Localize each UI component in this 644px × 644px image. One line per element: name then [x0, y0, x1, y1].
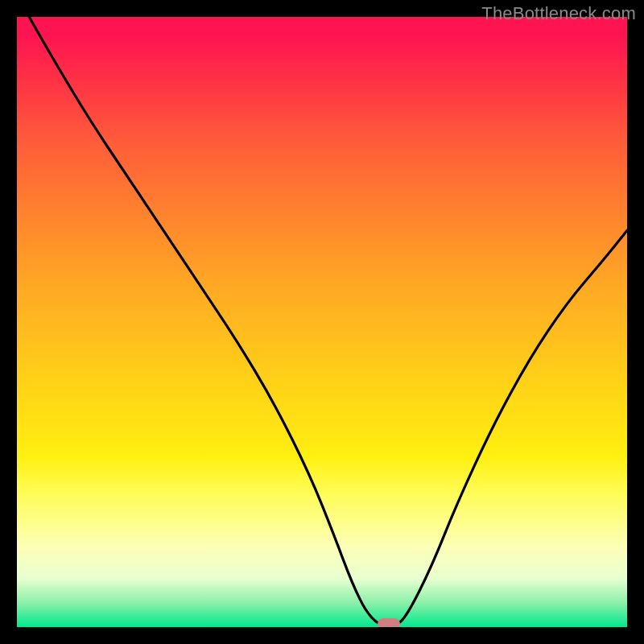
plot-area	[17, 17, 627, 627]
bottleneck-curve	[17, 17, 627, 627]
optimal-marker	[378, 618, 400, 627]
chart-frame: TheBottleneck.com	[0, 0, 644, 644]
watermark-text: TheBottleneck.com	[481, 3, 636, 24]
